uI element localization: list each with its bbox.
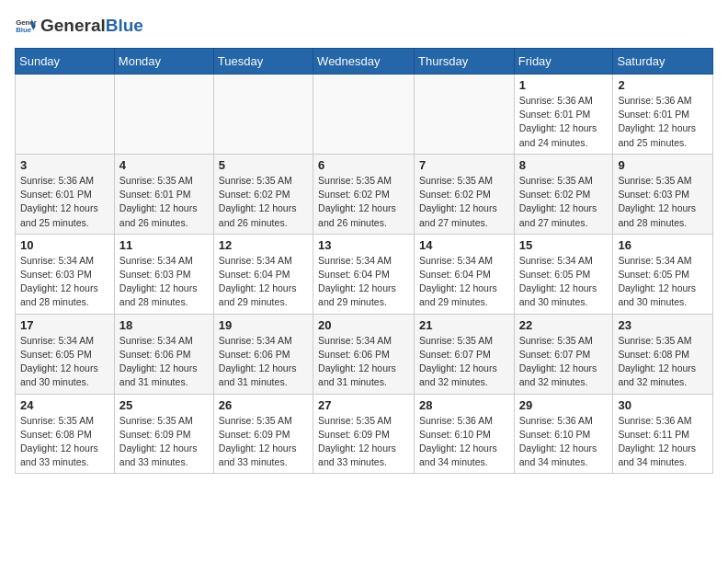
day-number: 6 xyxy=(318,158,409,172)
day-info: Sunrise: 5:34 AMSunset: 6:03 PMDaylight:… xyxy=(119,254,209,310)
day-info: Sunrise: 5:36 AMSunset: 6:01 PMDaylight:… xyxy=(20,174,109,230)
table-row xyxy=(213,75,313,155)
day-info: Sunrise: 5:34 AMSunset: 6:04 PMDaylight:… xyxy=(318,254,409,310)
weekday-header-monday: Monday xyxy=(114,49,213,75)
day-info: Sunrise: 5:35 AMSunset: 6:08 PMDaylight:… xyxy=(20,414,109,470)
weekday-header-tuesday: Tuesday xyxy=(213,49,313,75)
day-info: Sunrise: 5:35 AMSunset: 6:02 PMDaylight:… xyxy=(318,174,409,230)
table-row: 4Sunrise: 5:35 AMSunset: 6:01 PMDaylight… xyxy=(114,154,213,234)
day-info: Sunrise: 5:35 AMSunset: 6:02 PMDaylight:… xyxy=(219,174,308,230)
day-info: Sunrise: 5:35 AMSunset: 6:03 PMDaylight:… xyxy=(618,174,708,230)
calendar-week-row: 17Sunrise: 5:34 AMSunset: 6:05 PMDayligh… xyxy=(16,314,713,394)
table-row: 13Sunrise: 5:34 AMSunset: 6:04 PMDayligh… xyxy=(313,234,415,314)
table-row: 17Sunrise: 5:34 AMSunset: 6:05 PMDayligh… xyxy=(16,314,115,394)
day-number: 10 xyxy=(20,238,109,252)
day-number: 29 xyxy=(519,398,609,412)
day-number: 5 xyxy=(219,158,308,172)
table-row: 29Sunrise: 5:36 AMSunset: 6:10 PMDayligh… xyxy=(514,394,613,474)
weekday-header-saturday: Saturday xyxy=(613,49,713,75)
table-row: 16Sunrise: 5:34 AMSunset: 6:05 PMDayligh… xyxy=(613,234,713,314)
day-number: 26 xyxy=(219,398,308,412)
table-row: 7Sunrise: 5:35 AMSunset: 6:02 PMDaylight… xyxy=(415,154,515,234)
table-row: 8Sunrise: 5:35 AMSunset: 6:02 PMDaylight… xyxy=(514,154,613,234)
day-number: 17 xyxy=(20,318,109,332)
day-number: 4 xyxy=(119,158,209,172)
table-row xyxy=(415,75,515,155)
day-info: Sunrise: 5:36 AMSunset: 6:10 PMDaylight:… xyxy=(519,414,609,470)
day-info: Sunrise: 5:34 AMSunset: 6:06 PMDaylight:… xyxy=(119,334,209,390)
page-header: General Blue General Blue xyxy=(15,15,713,37)
day-number: 24 xyxy=(20,398,109,412)
logo-icon: General Blue xyxy=(15,15,37,37)
table-row: 28Sunrise: 5:36 AMSunset: 6:10 PMDayligh… xyxy=(415,394,515,474)
table-row: 15Sunrise: 5:34 AMSunset: 6:05 PMDayligh… xyxy=(514,234,613,314)
table-row: 5Sunrise: 5:35 AMSunset: 6:02 PMDaylight… xyxy=(213,154,313,234)
day-info: Sunrise: 5:35 AMSunset: 6:07 PMDaylight:… xyxy=(519,334,609,390)
table-row: 23Sunrise: 5:35 AMSunset: 6:08 PMDayligh… xyxy=(613,314,713,394)
table-row: 25Sunrise: 5:35 AMSunset: 6:09 PMDayligh… xyxy=(114,394,213,474)
day-number: 21 xyxy=(419,318,509,332)
day-info: Sunrise: 5:35 AMSunset: 6:09 PMDaylight:… xyxy=(119,414,209,470)
day-number: 23 xyxy=(618,318,708,332)
table-row: 1Sunrise: 5:36 AMSunset: 6:01 PMDaylight… xyxy=(514,75,613,155)
day-number: 9 xyxy=(618,158,708,172)
day-info: Sunrise: 5:35 AMSunset: 6:07 PMDaylight:… xyxy=(419,334,509,390)
table-row: 30Sunrise: 5:36 AMSunset: 6:11 PMDayligh… xyxy=(613,394,713,474)
table-row: 9Sunrise: 5:35 AMSunset: 6:03 PMDaylight… xyxy=(613,154,713,234)
logo-general: General xyxy=(40,16,106,36)
day-number: 15 xyxy=(519,238,609,252)
day-number: 1 xyxy=(519,78,609,92)
day-number: 11 xyxy=(119,238,209,252)
table-row: 6Sunrise: 5:35 AMSunset: 6:02 PMDaylight… xyxy=(313,154,415,234)
table-row xyxy=(313,75,415,155)
day-number: 22 xyxy=(519,318,609,332)
calendar-table: SundayMondayTuesdayWednesdayThursdayFrid… xyxy=(15,48,713,474)
day-number: 2 xyxy=(618,78,708,92)
day-info: Sunrise: 5:35 AMSunset: 6:09 PMDaylight:… xyxy=(219,414,308,470)
table-row: 21Sunrise: 5:35 AMSunset: 6:07 PMDayligh… xyxy=(415,314,515,394)
day-info: Sunrise: 5:34 AMSunset: 6:04 PMDaylight:… xyxy=(419,254,509,310)
day-number: 13 xyxy=(318,238,409,252)
weekday-header-thursday: Thursday xyxy=(415,49,515,75)
weekday-header-sunday: Sunday xyxy=(16,49,115,75)
day-info: Sunrise: 5:35 AMSunset: 6:02 PMDaylight:… xyxy=(519,174,609,230)
day-number: 3 xyxy=(20,158,109,172)
weekday-header-row: SundayMondayTuesdayWednesdayThursdayFrid… xyxy=(16,49,713,75)
day-number: 20 xyxy=(318,318,409,332)
table-row: 11Sunrise: 5:34 AMSunset: 6:03 PMDayligh… xyxy=(114,234,213,314)
day-info: Sunrise: 5:36 AMSunset: 6:01 PMDaylight:… xyxy=(519,94,609,150)
day-number: 8 xyxy=(519,158,609,172)
day-info: Sunrise: 5:36 AMSunset: 6:10 PMDaylight:… xyxy=(419,414,509,470)
day-info: Sunrise: 5:34 AMSunset: 6:03 PMDaylight:… xyxy=(20,254,109,310)
calendar-week-row: 10Sunrise: 5:34 AMSunset: 6:03 PMDayligh… xyxy=(16,234,713,314)
day-info: Sunrise: 5:34 AMSunset: 6:06 PMDaylight:… xyxy=(318,334,409,390)
weekday-header-friday: Friday xyxy=(514,49,613,75)
table-row: 27Sunrise: 5:35 AMSunset: 6:09 PMDayligh… xyxy=(313,394,415,474)
table-row: 18Sunrise: 5:34 AMSunset: 6:06 PMDayligh… xyxy=(114,314,213,394)
day-number: 28 xyxy=(419,398,509,412)
table-row: 19Sunrise: 5:34 AMSunset: 6:06 PMDayligh… xyxy=(213,314,313,394)
table-row: 24Sunrise: 5:35 AMSunset: 6:08 PMDayligh… xyxy=(16,394,115,474)
day-number: 27 xyxy=(318,398,409,412)
table-row: 22Sunrise: 5:35 AMSunset: 6:07 PMDayligh… xyxy=(514,314,613,394)
day-number: 18 xyxy=(119,318,209,332)
table-row: 26Sunrise: 5:35 AMSunset: 6:09 PMDayligh… xyxy=(213,394,313,474)
day-info: Sunrise: 5:34 AMSunset: 6:04 PMDaylight:… xyxy=(219,254,308,310)
day-number: 14 xyxy=(419,238,509,252)
table-row: 12Sunrise: 5:34 AMSunset: 6:04 PMDayligh… xyxy=(213,234,313,314)
logo-blue: Blue xyxy=(106,16,143,36)
table-row xyxy=(16,75,115,155)
day-info: Sunrise: 5:34 AMSunset: 6:05 PMDaylight:… xyxy=(618,254,708,310)
day-info: Sunrise: 5:34 AMSunset: 6:05 PMDaylight:… xyxy=(20,334,109,390)
day-info: Sunrise: 5:35 AMSunset: 6:09 PMDaylight:… xyxy=(318,414,409,470)
svg-marker-3 xyxy=(31,26,36,30)
table-row xyxy=(114,75,213,155)
table-row: 3Sunrise: 5:36 AMSunset: 6:01 PMDaylight… xyxy=(16,154,115,234)
logo: General Blue General Blue xyxy=(15,15,143,37)
day-info: Sunrise: 5:34 AMSunset: 6:05 PMDaylight:… xyxy=(519,254,609,310)
day-number: 30 xyxy=(618,398,708,412)
day-info: Sunrise: 5:35 AMSunset: 6:08 PMDaylight:… xyxy=(618,334,708,390)
table-row: 20Sunrise: 5:34 AMSunset: 6:06 PMDayligh… xyxy=(313,314,415,394)
table-row: 14Sunrise: 5:34 AMSunset: 6:04 PMDayligh… xyxy=(415,234,515,314)
day-number: 7 xyxy=(419,158,509,172)
